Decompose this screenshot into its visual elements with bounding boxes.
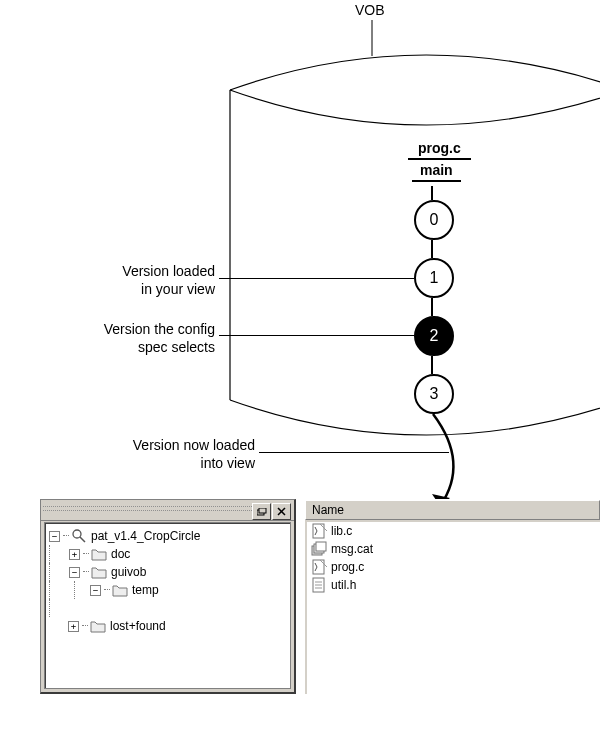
tree-row[interactable]: − guivob <box>49 563 200 581</box>
version-node-0: 0 <box>414 200 454 240</box>
file-row[interactable]: lib.c <box>307 522 600 540</box>
branch-stem <box>431 186 433 200</box>
c-file-icon <box>311 559 327 575</box>
restore-button[interactable] <box>252 503 271 520</box>
callout-text: Version the config spec selects <box>104 321 215 355</box>
name-column-header[interactable]: Name <box>305 500 600 520</box>
branch-name-label: main <box>412 162 461 182</box>
svg-rect-4 <box>259 508 266 513</box>
tree-area[interactable]: − pat_v1.4_CropCircle + doc <box>44 522 291 689</box>
toolbar-grip <box>43 506 252 507</box>
tree-row-root[interactable]: − pat_v1.4_CropCircle <box>49 527 200 545</box>
tree-row[interactable]: + doc <box>49 545 200 563</box>
magnifier-icon <box>71 528 87 544</box>
file-name: util.h <box>331 578 356 592</box>
toolbar-grip <box>43 510 252 511</box>
file-row[interactable]: prog.c <box>307 558 600 576</box>
callout-text: Version now loaded into view <box>133 437 255 471</box>
expander-minus-icon[interactable]: − <box>69 567 80 578</box>
version-node-1: 1 <box>414 258 454 298</box>
file-list[interactable]: lib.c msg.cat prog.c util.h <box>307 522 600 694</box>
svg-line-8 <box>80 537 85 542</box>
file-name: lib.c <box>331 524 352 538</box>
tree-node-label: pat_v1.4_CropCircle <box>91 529 200 543</box>
expander-plus-icon[interactable]: + <box>68 621 79 632</box>
expander-plus-icon[interactable]: + <box>69 549 80 560</box>
h-file-icon <box>311 577 327 593</box>
expander-minus-icon[interactable]: − <box>49 531 60 542</box>
tree-node-label: temp <box>132 583 159 597</box>
callout-line <box>259 452 449 453</box>
file-name: prog.c <box>331 560 364 574</box>
file-row[interactable]: msg.cat <box>307 540 600 558</box>
callout-now-loaded: Version now loaded into view <box>115 437 255 472</box>
tree-row[interactable]: + lost+found <box>49 617 200 635</box>
folder-tree: − pat_v1.4_CropCircle + doc <box>49 527 200 635</box>
file-list-pane: Name lib.c msg.cat prog.c util.h <box>304 499 600 694</box>
tree-node-label: doc <box>111 547 130 561</box>
close-button[interactable] <box>272 503 291 520</box>
version-link <box>431 240 433 258</box>
version-node-2-selected: 2 <box>414 316 454 356</box>
stack-file-icon <box>311 541 327 557</box>
svg-rect-13 <box>316 542 326 551</box>
file-name-label: prog.c <box>408 140 471 160</box>
callout-config-selects: Version the config spec selects <box>80 321 215 356</box>
folder-icon <box>91 547 107 561</box>
vob-label: VOB <box>355 2 385 18</box>
file-row[interactable]: util.h <box>307 576 600 594</box>
expander-minus-icon[interactable]: − <box>90 585 101 596</box>
tree-node-label: lost+found <box>110 619 166 633</box>
callout-view-loaded: Version loaded in your view <box>85 263 215 298</box>
titlebar-buttons <box>251 503 291 520</box>
version-link <box>431 298 433 316</box>
callout-line <box>219 335 414 336</box>
folder-icon <box>112 583 128 597</box>
file-name: msg.cat <box>331 542 373 556</box>
folder-icon <box>91 565 107 579</box>
tree-pane: − pat_v1.4_CropCircle + doc <box>40 499 296 694</box>
tree-row[interactable]: − temp <box>49 581 200 599</box>
c-file-icon <box>311 523 327 539</box>
callout-line <box>219 278 414 279</box>
tree-node-label: guivob <box>111 565 146 579</box>
version-link <box>431 356 433 374</box>
column-header-row: Name <box>305 500 600 520</box>
folder-icon <box>90 619 106 633</box>
tree-spacer <box>49 599 200 617</box>
callout-text: Version loaded in your view <box>122 263 215 297</box>
svg-point-7 <box>73 530 81 538</box>
